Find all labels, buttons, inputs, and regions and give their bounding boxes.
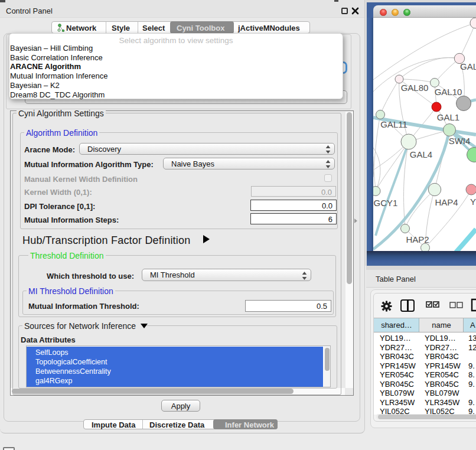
svg-text:Y: Y — [470, 197, 476, 207]
svg-text:HAP2: HAP2 — [406, 234, 429, 244]
svg-text:GCY1: GCY1 — [374, 198, 398, 208]
svg-text:SWI4: SWI4 — [449, 136, 471, 146]
svg-text:GAL10: GAL10 — [435, 87, 462, 97]
svg-text:GAL7: GAL7 — [460, 61, 476, 71]
svg-text:GAL4: GAL4 — [410, 149, 432, 159]
svg-text:GAL1: GAL1 — [437, 112, 459, 122]
svg-text:GAL11: GAL11 — [380, 119, 407, 129]
svg-text:HAP4: HAP4 — [435, 197, 458, 207]
svg-text:GAL80: GAL80 — [401, 83, 429, 93]
